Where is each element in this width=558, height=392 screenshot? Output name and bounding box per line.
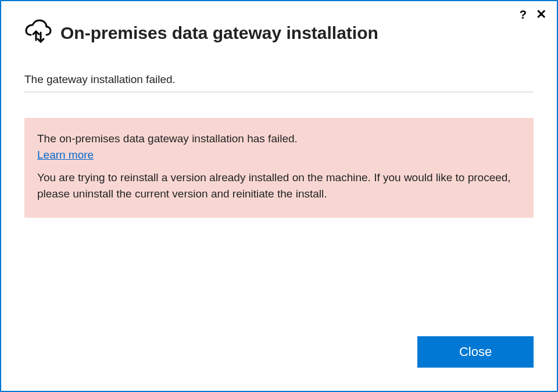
divider <box>24 92 534 92</box>
titlebar-controls: ? ✕ <box>517 7 549 22</box>
header: On-premises data gateway installation <box>24 19 534 48</box>
error-alert: The on-premises data gateway installatio… <box>24 118 534 218</box>
installer-window: ? ✕ On-premises data gateway installatio… <box>0 0 558 392</box>
close-icon[interactable]: ✕ <box>534 7 549 22</box>
help-button[interactable]: ? <box>517 8 529 21</box>
error-detail: You are trying to reinstall a version al… <box>37 170 521 203</box>
learn-more-link[interactable]: Learn more <box>37 149 94 161</box>
error-message: The on-premises data gateway installatio… <box>37 131 521 148</box>
footer: Close <box>24 336 534 368</box>
page-title: On-premises data gateway installation <box>60 23 378 43</box>
status-message: The gateway installation failed. <box>24 73 534 86</box>
cloud-icon <box>24 19 52 48</box>
close-button[interactable]: Close <box>417 336 534 368</box>
